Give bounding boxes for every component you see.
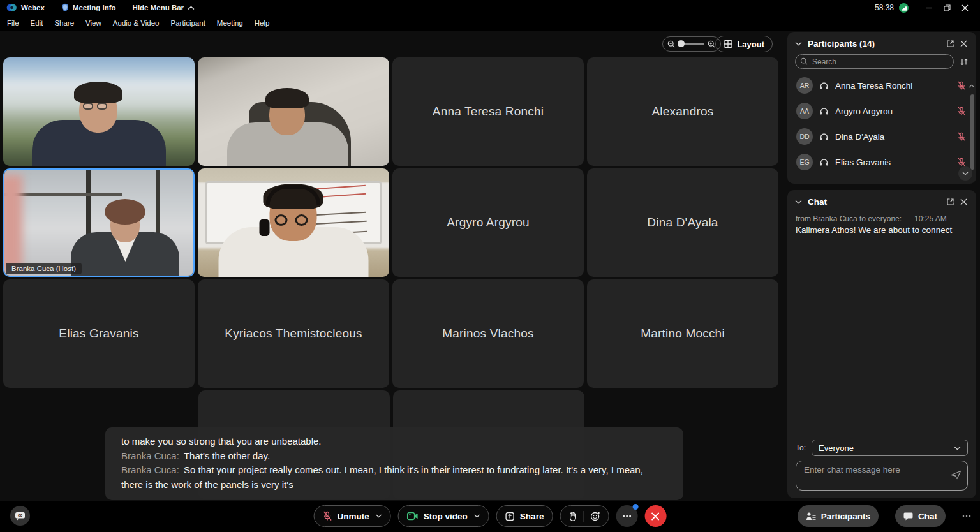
tile-participant-name: Elias Gravanis bbox=[59, 327, 138, 341]
close-participants-panel-icon[interactable] bbox=[960, 40, 967, 47]
participant-row[interactable]: EG Elias Gravanis bbox=[787, 149, 976, 175]
svg-text:cc: cc bbox=[18, 513, 23, 517]
more-options-button[interactable] bbox=[616, 505, 637, 527]
tile-participant-name: Kyriacos Themistocleous bbox=[225, 327, 362, 341]
zoom-slider[interactable] bbox=[679, 43, 704, 45]
search-icon bbox=[800, 57, 808, 66]
hide-menu-bar-button[interactable]: Hide Menu Bar bbox=[133, 4, 195, 11]
participants-search-input[interactable] bbox=[795, 54, 954, 69]
meeting-timer: 58:38 bbox=[875, 3, 894, 12]
leave-meeting-button[interactable] bbox=[644, 505, 666, 527]
menu-item-file[interactable]: File bbox=[1, 17, 25, 29]
minimize-button[interactable] bbox=[920, 1, 938, 15]
name-tile[interactable]: Kyriacos Themistocleous bbox=[198, 279, 389, 388]
chat-panel: Chat from Branka Cuca to everyone: 10:25… bbox=[787, 190, 976, 498]
unmute-button[interactable]: Unmute bbox=[314, 505, 391, 527]
participants-toggle-button[interactable]: Participants bbox=[798, 505, 879, 527]
window-titlebar: Webex Meeting Info Hide Menu Bar 58:38 bbox=[0, 0, 980, 15]
restore-button[interactable] bbox=[938, 1, 956, 15]
mic-muted-icon[interactable] bbox=[957, 132, 966, 142]
zoom-out-icon[interactable] bbox=[667, 40, 676, 48]
to-label: To: bbox=[796, 443, 806, 452]
participant-row[interactable]: DD Dina D'Ayala bbox=[787, 124, 976, 149]
menu-item-meeting[interactable]: Meeting bbox=[211, 17, 249, 29]
layout-button[interactable]: Layout bbox=[715, 36, 773, 52]
headset-icon bbox=[819, 81, 829, 90]
chat-message-meta: from Branka Cuca to everyone: bbox=[796, 214, 902, 223]
hide-menu-bar-label: Hide Menu Bar bbox=[133, 4, 184, 11]
reactions-group bbox=[560, 505, 609, 527]
close-chat-panel-icon[interactable] bbox=[960, 198, 967, 205]
close-x-icon bbox=[651, 512, 660, 521]
more-dots-icon bbox=[622, 515, 631, 517]
grid-zoom-control[interactable] bbox=[662, 36, 721, 52]
avatar: AR bbox=[796, 77, 813, 94]
name-tile[interactable]: Marinos Vlachos bbox=[392, 279, 584, 388]
name-tile[interactable]: Alexandros bbox=[587, 57, 778, 166]
tile-participant-name: Dina D'Ayala bbox=[647, 216, 718, 230]
participants-scrollbar-thumb[interactable] bbox=[970, 94, 974, 170]
scroll-more-participants-button[interactable] bbox=[958, 166, 972, 181]
mic-muted-icon[interactable] bbox=[957, 107, 966, 116]
video-tile-mountains[interactable] bbox=[3, 57, 195, 166]
menu-item-view[interactable]: View bbox=[80, 17, 107, 29]
menu-item-edit[interactable]: Edit bbox=[25, 17, 49, 29]
menu-item-share[interactable]: Share bbox=[48, 17, 80, 29]
connection-quality-icon bbox=[899, 3, 909, 13]
chat-message-input[interactable] bbox=[796, 461, 967, 490]
tile-participant-name: Marinos Vlachos bbox=[442, 327, 533, 341]
close-window-button[interactable] bbox=[956, 1, 974, 15]
mic-muted-icon[interactable] bbox=[957, 158, 966, 167]
chevron-down-icon[interactable] bbox=[474, 514, 480, 518]
chat-toggle-label: Chat bbox=[918, 512, 937, 521]
raise-hand-icon[interactable] bbox=[568, 511, 577, 521]
video-tile-office[interactable]: Branka Cuca (Host) bbox=[3, 168, 195, 277]
name-tile[interactable]: Dina D'Ayala bbox=[587, 168, 778, 277]
name-tile[interactable]: Elias Gravanis bbox=[3, 279, 195, 388]
headset-icon bbox=[819, 107, 829, 115]
meeting-info-button[interactable]: Meeting Info bbox=[61, 3, 116, 12]
chat-toggle-button[interactable]: Chat bbox=[895, 505, 946, 527]
caption-speaker: Branka Cuca: bbox=[121, 450, 179, 461]
menu-item-participant[interactable]: Participant bbox=[165, 17, 211, 29]
menu-item-audio-video[interactable]: Audio & Video bbox=[107, 17, 165, 29]
share-button[interactable]: Share bbox=[496, 505, 553, 527]
scrollbar-up-icon[interactable] bbox=[969, 84, 975, 88]
closed-captions-overlay: to make you so strong that you are unbea… bbox=[105, 427, 683, 500]
video-tile-chair[interactable] bbox=[198, 57, 389, 166]
menu-item-help[interactable]: Help bbox=[249, 17, 276, 29]
recipient-value: Everyone bbox=[819, 443, 854, 453]
name-tile[interactable]: Martino Mocchi bbox=[587, 279, 778, 388]
share-screen-icon bbox=[505, 512, 515, 521]
popout-chat-panel-icon[interactable] bbox=[946, 198, 954, 206]
sort-participants-icon[interactable] bbox=[960, 57, 969, 66]
reactions-smiley-icon[interactable] bbox=[590, 511, 600, 521]
caption-line: Branka Cuca:So that your project really … bbox=[121, 463, 667, 492]
caption-text: So that your project really comes out. I… bbox=[121, 464, 643, 490]
video-tile-whiteboard[interactable] bbox=[198, 168, 389, 277]
meeting-control-bar: cc Unmute Stop video bbox=[0, 501, 980, 532]
stop-video-button[interactable]: Stop video bbox=[398, 505, 489, 527]
app-name: Webex bbox=[21, 4, 45, 11]
chevron-down-icon[interactable] bbox=[376, 514, 382, 518]
participant-row[interactable]: AA Argyro Argyrou bbox=[787, 98, 976, 124]
participant-row[interactable]: AR Anna Teresa Ronchi bbox=[787, 73, 976, 98]
closed-captions-button[interactable]: cc bbox=[10, 506, 30, 526]
bar-more-options-icon[interactable] bbox=[962, 515, 971, 517]
recipient-select[interactable]: Everyone bbox=[812, 440, 968, 456]
participant-figure bbox=[32, 85, 166, 166]
participant-name: Anna Teresa Ronchi bbox=[835, 81, 951, 91]
name-tile[interactable]: Argyro Argyrou bbox=[392, 168, 584, 277]
name-tile[interactable]: Anna Teresa Ronchi bbox=[392, 57, 584, 166]
meeting-info-label: Meeting Info bbox=[73, 4, 116, 11]
zoom-in-icon[interactable] bbox=[708, 40, 716, 48]
chevron-up-icon bbox=[188, 6, 195, 10]
chevron-down-icon bbox=[962, 172, 969, 175]
collapse-chat-chevron-icon[interactable] bbox=[795, 200, 802, 204]
mic-muted-icon[interactable] bbox=[957, 81, 966, 91]
send-message-icon[interactable] bbox=[951, 470, 961, 480]
popout-panel-icon[interactable] bbox=[946, 40, 954, 48]
pill-divider bbox=[583, 511, 584, 522]
zoom-slider-knob[interactable] bbox=[678, 40, 685, 47]
collapse-participants-chevron-icon[interactable] bbox=[795, 41, 802, 46]
